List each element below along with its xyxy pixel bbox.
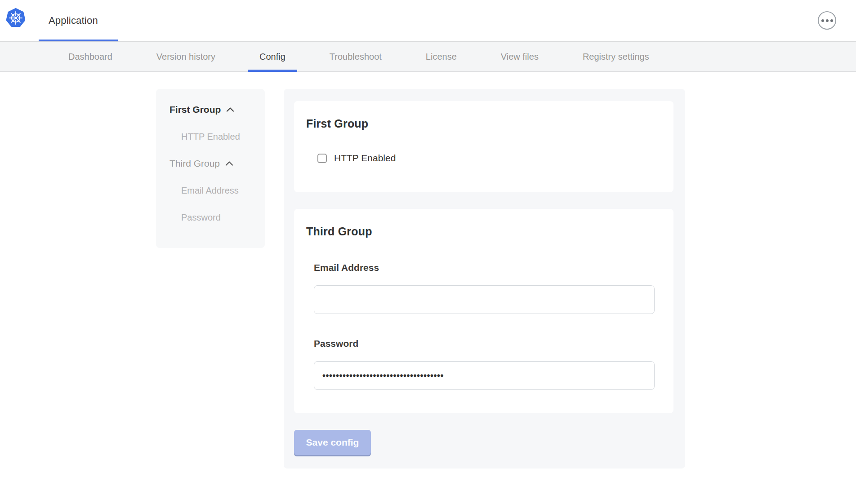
overflow-menu-button[interactable] [818,11,836,30]
kubernetes-logo-icon [6,8,25,28]
tab-application[interactable]: Application [39,0,108,41]
field-label: Email Address [314,262,655,273]
chevron-up-icon [225,161,233,166]
email-address-field: Email Address [314,262,655,314]
tab-dashboard[interactable]: Dashboard [57,42,124,71]
sidebar-group-first-group[interactable]: First Group [169,96,265,123]
sidebar-group-label: Third Group [169,158,220,169]
tab-troubleshoot[interactable]: Troubleshoot [318,42,393,71]
password-field: Password [314,338,655,390]
sidebar-item-http-enabled[interactable]: HTTP Enabled [169,123,265,150]
ellipsis-icon [821,19,824,22]
config-group-card-first-group: First Group HTTP Enabled [294,101,673,192]
email-address-input[interactable] [314,285,655,314]
password-input[interactable] [314,361,655,390]
tab-config[interactable]: Config [248,42,297,71]
tab-version-history[interactable]: Version history [145,42,227,71]
http-enabled-checkbox[interactable] [317,154,327,163]
group-title: First Group [306,117,655,130]
sidebar-group-third-group[interactable]: Third Group [169,150,265,177]
sidebar-item-email-address[interactable]: Email Address [169,177,265,204]
chevron-up-icon [226,107,234,112]
tab-registry-settings[interactable]: Registry settings [571,42,661,71]
tab-license[interactable]: License [414,42,468,71]
config-page: First Group HTTP Enabled Third Group Ema… [0,72,856,486]
config-group-card-third-group: Third Group Email Address Password [294,209,673,413]
http-enabled-checkbox-row[interactable]: HTTP Enabled [317,153,655,164]
save-config-button[interactable]: Save config [294,430,371,455]
app-subnav: Dashboard Version history Config Trouble… [0,41,856,72]
group-title: Third Group [306,225,655,238]
app-header: Application [0,0,856,41]
config-form-area: First Group HTTP Enabled Third Group Ema… [284,89,685,469]
checkbox-label: HTTP Enabled [334,153,396,164]
sidebar-item-password[interactable]: Password [169,204,265,231]
tab-view-files[interactable]: View files [489,42,550,71]
config-sidebar: First Group HTTP Enabled Third Group Ema… [156,89,265,248]
field-label: Password [314,338,655,349]
sidebar-group-label: First Group [169,104,221,115]
